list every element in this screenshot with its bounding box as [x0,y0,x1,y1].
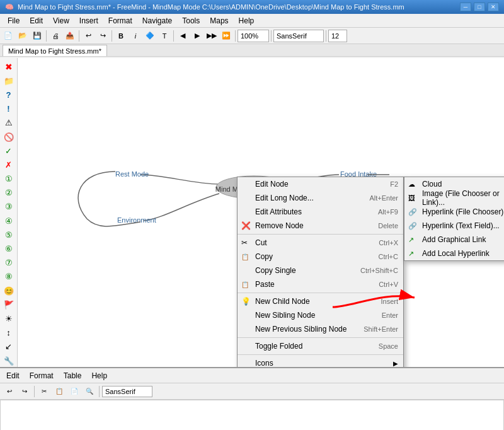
ctx-paste-icon: 📋 [241,281,249,288]
sidebar-sun-icon[interactable]: ☀ [2,312,16,325]
save-button[interactable]: 💾 [30,29,44,43]
menu-file[interactable]: File [3,15,25,26]
sidebar-num7-icon[interactable]: ⑦ [2,257,16,269]
special1-button[interactable]: 🔷 [143,29,157,43]
bottom-menu-edit[interactable]: Edit [3,370,23,381]
sidebar-stop-icon[interactable]: 🚫 [2,131,16,143]
menu-edit[interactable]: Edit [25,15,48,26]
sub-image[interactable]: 🖼 Image (File Chooser or Link)... [404,191,504,205]
sub-graphical-link[interactable]: ↗ Add Graphical Link [404,233,504,247]
main-tab[interactable]: Mind Map to Fight Stress.mm* [3,45,107,56]
ctx-new-sibling[interactable]: New Sibling Node Enter [238,308,403,322]
bottom-copy[interactable]: 📋 [52,385,66,398]
sidebar-num5-icon[interactable]: ⑤ [2,228,16,241]
sidebar-folder-icon[interactable]: 📁 [2,74,16,87]
sub-hyperlink-file[interactable]: 🔗 Hyperlink (File Chooser)... [404,205,504,219]
nav-jump2[interactable]: ⏩ [219,29,233,43]
menu-navigate[interactable]: Navigate [137,15,177,26]
sidebar-x-icon[interactable]: ✗ [2,158,16,171]
bottom-redo[interactable]: ↪ [18,385,32,398]
bottom-undo[interactable]: ↩ [3,385,16,398]
menu-maps[interactable]: Maps [205,15,233,26]
ctx-copy-single[interactable]: Copy Single Ctrl+Shift+C [238,264,403,277]
fontsize-input[interactable] [328,30,347,42]
sidebar-question-icon[interactable]: ? [2,88,16,101]
ctx-new-child-icon: 💡 [241,297,251,306]
ctx-remove-icon: ❌ [241,221,251,230]
ctx-copy-single-label: Copy Single [255,266,296,275]
ctx-paste-label: Paste [255,280,275,289]
sidebar-num4-icon[interactable]: ④ [2,214,16,227]
bottom-paste[interactable]: 📄 [67,385,81,398]
bottom-find[interactable]: 🔍 [83,385,96,398]
sidebar-tool-icon[interactable]: 🔧 [2,354,16,367]
sidebar-arrow-icon[interactable]: ↙ [2,340,16,353]
submenu: ☁ Cloud 🖼 Image (File Chooser or Link)..… [404,177,504,261]
export-button[interactable]: 📤 [63,29,77,43]
print-button[interactable]: 🖨 [49,29,62,43]
menu-help[interactable]: Help [234,15,260,26]
ctx-copy[interactable]: 📋 Copy Ctrl+C [238,250,403,264]
bottom-content-area[interactable] [0,400,504,430]
sidebar-num2-icon[interactable]: ② [2,187,16,199]
menu-view[interactable]: View [48,15,74,26]
undo-button[interactable]: ↩ [81,29,95,43]
ctx-toggle-folded[interactable]: Toggle Folded Space [238,339,403,353]
ctx-edit-attributes[interactable]: Edit Attributes Alt+F9 [238,205,403,219]
ctx-edit-node[interactable]: Edit Node F2 [238,177,403,191]
ctx-edit-long-node[interactable]: Edit Long Node... Alt+Enter [238,191,403,205]
sidebar-num3-icon[interactable]: ③ [2,200,16,213]
sidebar-num6-icon[interactable]: ⑥ [2,242,16,255]
redo-button[interactable]: ↪ [96,29,110,43]
context-menu: Edit Node F2 Edit Long Node... Alt+Enter… [237,177,404,367]
italic-button[interactable]: i [129,29,142,43]
bottom-sep-2 [99,386,100,397]
tab-bar: Mind Map to Fight Stress.mm* [0,44,504,57]
sidebar-resize-icon[interactable]: ↕ [2,327,16,339]
app-icon: 🧠 [5,3,14,11]
sidebar-check-icon[interactable]: ✓ [2,144,16,157]
bottom-menu-help[interactable]: Help [88,370,111,381]
ctx-paste[interactable]: 📋 Paste Ctrl+V [238,277,403,291]
sub-local-hyperlink[interactable]: ↗ Add Local Hyperlink [404,247,504,260]
special2-button[interactable]: T [158,29,171,43]
minimize-button[interactable]: ─ [460,3,471,11]
menu-insert[interactable]: Insert [74,15,103,26]
nav-forward[interactable]: ▶ [190,29,204,43]
ctx-sep-4 [238,354,403,355]
sub-hyperlink-text[interactable]: 🔗 Hyperlink (Text Field)... [404,219,504,233]
sidebar-exclaim-icon[interactable]: ! [2,103,16,115]
bottom-menu-table[interactable]: Table [60,370,86,381]
menu-tools[interactable]: Tools [177,15,205,26]
ctx-new-child[interactable]: 💡 New Child Node Insert [238,294,403,308]
bold-button[interactable]: B [114,29,128,43]
nav-back[interactable]: ◀ [176,29,190,43]
menu-format[interactable]: Format [103,15,137,26]
zoom-input[interactable] [238,30,269,42]
nav-jump[interactable]: ▶▶ [205,29,219,43]
sidebar-num8-icon[interactable]: ⑧ [2,270,16,283]
ctx-edit-attributes-shortcut: Alt+F9 [378,208,398,216]
font-input[interactable] [273,30,324,42]
open-button[interactable]: 📂 [16,29,30,43]
bottom-font-input[interactable] [102,386,152,397]
maximize-button[interactable]: □ [474,3,485,11]
sidebar-warning-icon[interactable]: ⚠ [2,117,16,129]
sidebar-close-icon[interactable]: ✖ [2,61,16,73]
sidebar-flag-icon[interactable]: 🚩 [2,298,16,311]
ctx-new-child-label: New Child Node [255,297,310,306]
bottom-menu-format[interactable]: Format [26,370,57,381]
ctx-remove-node[interactable]: ❌ Remove Node Delete [238,219,403,233]
new-button[interactable]: 📄 [1,29,15,43]
rest-mode-label[interactable]: Rest Mode [115,170,149,178]
ctx-cut[interactable]: ✂ Cut Ctrl+X [238,236,403,250]
close-button[interactable]: ✕ [488,3,499,11]
sidebar-num1-icon[interactable]: ① [2,173,16,185]
tab-label: Mind Map to Fight Stress.mm* [8,47,101,55]
separator-2 [79,30,79,42]
sub-local-hyperlink-icon: ↗ [408,250,414,258]
sidebar-smiley-icon[interactable]: 😊 [2,284,16,297]
ctx-new-prev-sibling[interactable]: New Previous Sibling Node Shift+Enter [238,322,403,336]
bottom-cut[interactable]: ✂ [37,385,51,398]
ctx-icons[interactable]: Icons ▶ [238,356,403,367]
